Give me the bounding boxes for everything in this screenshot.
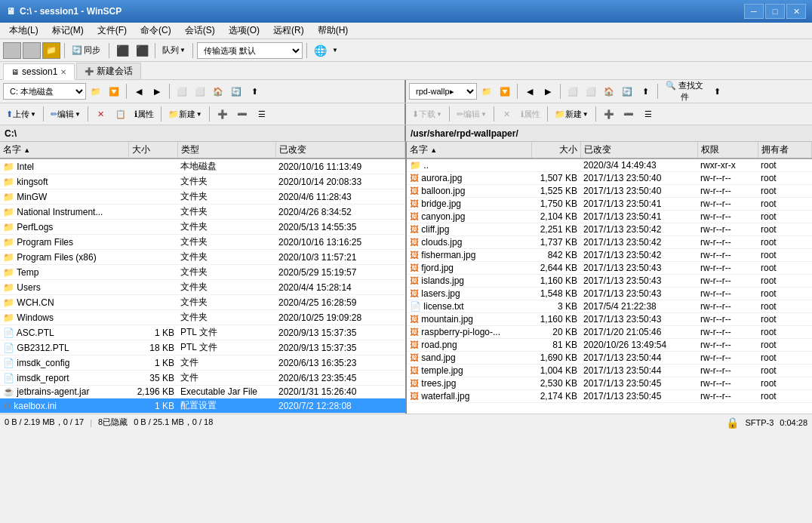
- right-browse-btn[interactable]: 📁: [478, 83, 495, 100]
- tab-session1[interactable]: 🖥 session1 ✕: [3, 63, 75, 80]
- right-btn2[interactable]: ⬜: [583, 83, 599, 100]
- table-row[interactable]: 📄 license.txt 3 KB 2017/5/4 21:22:38 rw-…: [407, 300, 812, 313]
- left-btn2[interactable]: ⬜: [192, 83, 208, 100]
- right-download-btn[interactable]: ⬇ 下载 ▼: [409, 105, 445, 123]
- sync-button[interactable]: 🔄 同步: [69, 42, 105, 60]
- table-row[interactable]: 🖼 fisherman.jpg 842 KB 2017/1/13 23:50:4…: [407, 249, 812, 262]
- table-row[interactable]: 📁 Program Files (x86) 文件夹 2020/10/3 11:5…: [0, 250, 405, 265]
- queue-button[interactable]: 队列 ▼: [159, 42, 189, 60]
- right-col-size[interactable]: 大小: [531, 142, 580, 158]
- left-plus-btn[interactable]: ➕: [214, 105, 232, 123]
- table-row[interactable]: 🖼 trees.jpg 2,530 KB 2017/1/13 23:50:45 …: [407, 377, 812, 390]
- menu-session[interactable]: 会话(S): [179, 23, 221, 38]
- right-props-btn[interactable]: ℹ 属性: [518, 105, 543, 123]
- right-drive-combo[interactable]: rpd-wallp▸: [409, 83, 477, 100]
- toolbar-icon-5[interactable]: ⬛: [133, 42, 151, 59]
- right-delete-btn[interactable]: ✕: [498, 105, 516, 123]
- table-row[interactable]: 📁 Windows 文件夹 2020/10/25 19:09:28: [0, 310, 405, 325]
- table-row[interactable]: ☕ jetbrains-agent.jar 2,196 KB Executabl…: [0, 386, 405, 398]
- table-row[interactable]: 🖼 islands.jpg 1,160 KB 2017/1/13 23:50:4…: [407, 275, 812, 288]
- left-forward-btn[interactable]: ▶: [149, 83, 165, 100]
- right-plus-btn[interactable]: ➕: [600, 105, 618, 123]
- table-row[interactable]: 📁 Program Files 文件夹 2020/10/16 13:16:25: [0, 235, 405, 250]
- table-row[interactable]: 📁 WCH.CN 文件夹 2020/4/25 16:28:59: [0, 295, 405, 310]
- left-edit-btn[interactable]: ✏ 编辑 ▼: [48, 105, 84, 123]
- right-back-btn[interactable]: ◀: [521, 83, 538, 100]
- table-row[interactable]: 🖼 raspberry-pi-logo-... 20 KB 2017/1/20 …: [407, 326, 812, 339]
- table-row[interactable]: 📁 PerfLogs 文件夹 2020/5/13 14:55:35: [0, 220, 405, 235]
- table-row[interactable]: 📁 MinGW 文件夹 2020/4/6 11:28:43: [0, 189, 405, 205]
- right-refresh-btn[interactable]: 🔄: [619, 83, 635, 100]
- table-row[interactable]: 🖼 cliff.jpg 2,251 KB 2017/1/13 23:50:42 …: [407, 223, 812, 236]
- table-row[interactable]: 🖼 aurora.jpg 1,507 KB 2017/1/13 23:50:40…: [407, 172, 812, 185]
- table-row[interactable]: 🖼 lasers.jpg 1,548 KB 2017/1/13 23:50:43…: [407, 288, 812, 300]
- table-row[interactable]: 📁 Temp 文件夹 2020/5/29 15:19:57: [0, 265, 405, 280]
- left-filter-btn[interactable]: 🔽: [106, 83, 122, 100]
- toolbar-btn-2[interactable]: [23, 42, 41, 59]
- table-row[interactable]: 📁 Users 文件夹 2020/4/4 15:28:14: [0, 280, 405, 295]
- left-refresh-btn[interactable]: 🔄: [228, 83, 245, 100]
- right-up-btn[interactable]: ⬆: [637, 83, 654, 100]
- right-home-btn[interactable]: 🏠: [601, 83, 617, 100]
- minimize-button[interactable]: ─: [744, 4, 764, 19]
- table-row[interactable]: 🖼 sand.jpg 1,690 KB 2017/1/13 23:50:44 r…: [407, 352, 812, 365]
- table-row[interactable]: 🖼 road.png 81 KB 2020/10/26 13:49:54 rw-…: [407, 339, 812, 352]
- menu-command[interactable]: 命令(C): [134, 23, 177, 38]
- right-filter-btn[interactable]: 🔽: [497, 83, 513, 100]
- menu-options[interactable]: 选项(O): [223, 23, 266, 38]
- menu-mark[interactable]: 标记(M): [46, 23, 90, 38]
- session-btn[interactable]: 🌐: [311, 42, 330, 60]
- table-row[interactable]: 📄 imsdk_report 35 KB 文件 2020/6/13 23:35:…: [0, 371, 405, 386]
- table-row[interactable]: 📄 imsdk_config 1 KB 文件 2020/6/13 16:35:2…: [0, 355, 405, 371]
- table-row[interactable]: ⚙ kaelbox.ini 1 KB 配置设置 2020/7/2 12:28:0…: [0, 398, 405, 414]
- right-find-btn[interactable]: 🔍 查找文件: [662, 83, 707, 100]
- table-row[interactable]: 🖼 temple.jpg 1,004 KB 2017/1/13 23:50:44…: [407, 365, 812, 377]
- maximize-button[interactable]: □: [765, 4, 785, 19]
- tab-session1-close[interactable]: ✕: [60, 68, 66, 76]
- menu-local[interactable]: 本地(L): [3, 23, 45, 38]
- table-row[interactable]: 📄 ASC.PTL 1 KB PTL 文件 2020/9/13 15:37:35: [0, 325, 405, 340]
- close-button[interactable]: ✕: [786, 4, 806, 19]
- transfer-options-combo[interactable]: 传输选项 默认: [197, 42, 303, 59]
- table-row[interactable]: 📁 National Instrument... 文件夹 2020/4/26 8…: [0, 205, 405, 220]
- table-row[interactable]: 📄 GB2312.PTL 18 KB PTL 文件 2020/9/13 15:3…: [0, 340, 405, 355]
- toolbar-icon-4[interactable]: ⬛: [113, 42, 131, 59]
- left-browse-btn[interactable]: 📁: [88, 83, 104, 100]
- right-col-modified[interactable]: 已改变: [580, 142, 697, 158]
- left-drive-combo[interactable]: C: 本地磁盘: [3, 83, 86, 100]
- menu-file[interactable]: 文件(F): [91, 23, 133, 38]
- right-col-perm[interactable]: 权限: [697, 142, 758, 158]
- table-row[interactable]: 🖼 canyon.jpg 2,104 KB 2017/1/13 23:50:41…: [407, 211, 812, 223]
- left-new-btn[interactable]: 📁 新建 ▼: [165, 105, 205, 123]
- left-up-btn[interactable]: ⬆: [246, 83, 263, 100]
- right-new-btn[interactable]: 📁 新建 ▼: [552, 105, 592, 123]
- left-minus-btn[interactable]: ➖: [233, 105, 251, 123]
- right-minus-btn[interactable]: ➖: [620, 105, 638, 123]
- menu-help[interactable]: 帮助(H): [312, 23, 355, 38]
- table-row[interactable]: 🖼 mountain.jpg 1,160 KB 2017/1/13 23:50:…: [407, 313, 812, 326]
- left-upload-btn[interactable]: ⬆ 上传 ▼: [3, 105, 39, 123]
- table-row[interactable]: 📁 Intel 本地磁盘 2020/10/16 11:13:49: [0, 158, 405, 174]
- left-list-btn[interactable]: ☰: [253, 105, 271, 123]
- table-row[interactable]: 🖼 clouds.jpg 1,737 KB 2017/1/13 23:50:42…: [407, 236, 812, 249]
- table-row[interactable]: 🖼 balloon.jpg 1,525 KB 2017/1/13 23:50:4…: [407, 185, 812, 198]
- tab-new-session[interactable]: ➕ 新建会话: [76, 63, 141, 79]
- table-row[interactable]: 🖼 waterfall.jpg 2,174 KB 2017/1/13 23:50…: [407, 390, 812, 403]
- table-row[interactable]: 🖼 bridge.jpg 1,750 KB 2017/1/13 23:50:41…: [407, 198, 812, 211]
- right-edit-btn[interactable]: ✏ 编辑 ▼: [454, 105, 490, 123]
- left-props-btn[interactable]: ℹ 属性: [131, 105, 157, 123]
- toolbar-btn-3[interactable]: 📁: [42, 42, 60, 59]
- left-back-btn[interactable]: ◀: [131, 83, 147, 100]
- left-col-size[interactable]: 大小: [128, 142, 177, 158]
- left-col-type[interactable]: 类型: [177, 142, 275, 158]
- right-forward-btn[interactable]: ▶: [540, 83, 556, 100]
- right-col-name[interactable]: 名字 ▲: [407, 142, 531, 158]
- right-col-owner[interactable]: 拥有者: [758, 142, 812, 158]
- table-row[interactable]: 📁 .. 2020/3/4 14:49:43 rwxr-xr-x root: [407, 158, 812, 172]
- toolbar-btn-1[interactable]: [3, 42, 21, 59]
- left-delete-btn[interactable]: ✕: [92, 105, 110, 123]
- table-row[interactable]: 📁 kingsoft 文件夹 2020/10/14 20:08:33: [0, 174, 405, 189]
- right-extra-btn[interactable]: ⬆: [709, 83, 725, 100]
- table-row[interactable]: 🖼 fjord.jpg 2,644 KB 2017/1/13 23:50:43 …: [407, 262, 812, 275]
- left-btn1[interactable]: ⬜: [174, 83, 190, 100]
